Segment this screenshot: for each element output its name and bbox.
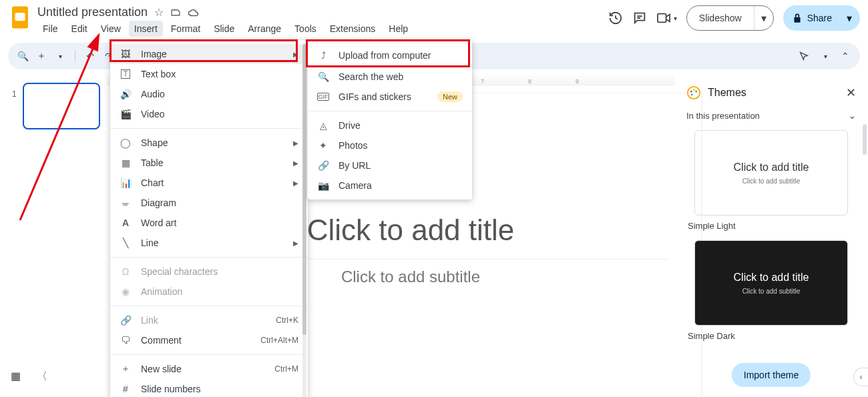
chart-icon: 📊 <box>120 177 132 188</box>
share-button[interactable]: Share ▾ <box>783 5 860 31</box>
menu-slide[interactable]: Slide <box>208 21 240 37</box>
share-dropdown-icon[interactable]: ▾ <box>839 12 860 25</box>
comments-icon[interactable] <box>632 11 647 25</box>
svg-rect-4 <box>794 17 800 23</box>
menu-item-line[interactable]: ╲ Line ▶ <box>110 233 308 253</box>
menu-item-label: Camera <box>339 180 372 191</box>
lock-icon <box>793 13 802 23</box>
cloud-status-icon[interactable] <box>188 8 200 17</box>
prev-slide-icon[interactable]: 〈 <box>37 370 47 384</box>
palette-icon <box>686 85 701 100</box>
submenu-item-by-url[interactable]: 🔗 By URL <box>308 155 472 175</box>
menu-item-label: Link <box>141 315 158 326</box>
cursor-icon[interactable] <box>799 51 812 61</box>
menu-item-label: Slide numbers <box>141 384 201 394</box>
animation-icon: ◉ <box>120 286 132 297</box>
submenu-item-camera[interactable]: 📷 Camera <box>308 175 472 195</box>
upload-icon: ⤴ <box>317 50 329 61</box>
menu-item-table[interactable]: ▦ Table ▶ <box>110 153 308 173</box>
slideshow-label[interactable]: Slideshow <box>687 6 754 30</box>
slides-logo[interactable] <box>8 5 32 29</box>
plus-icon: ＋ <box>120 363 132 375</box>
import-theme-button[interactable]: Import theme <box>732 363 811 387</box>
menu-item-label: By URL <box>339 160 371 171</box>
menu-extensions[interactable]: Extensions <box>324 21 381 37</box>
theme-name-dark: Simple Dark <box>688 331 856 341</box>
submenu-item-search-web[interactable]: 🔍 Search the web <box>308 67 472 87</box>
menu-item-new-slide[interactable]: ＋ New slide Ctrl+M <box>110 359 308 379</box>
theme-preview-title: Click to add title <box>734 272 809 284</box>
menu-item-animation: ◉ Animation <box>110 282 308 302</box>
search-icon[interactable]: 🔍 <box>16 51 29 61</box>
themes-header-label: Themes <box>708 87 746 99</box>
link-icon: 🔗 <box>120 315 132 326</box>
menu-item-shape[interactable]: ◯ Shape ▶ <box>110 133 308 153</box>
menu-insert[interactable]: Insert <box>129 21 163 37</box>
submenu-arrow-icon: ▶ <box>293 139 298 147</box>
line-icon: ╲ <box>120 238 132 248</box>
menu-item-label: GIFs and stickers <box>339 91 411 102</box>
word-art-icon: A <box>120 218 132 228</box>
submenu-item-photos[interactable]: ✦ Photos <box>308 135 472 155</box>
video-icon: 🎬 <box>120 109 132 119</box>
menu-help[interactable]: Help <box>383 21 413 37</box>
history-icon[interactable] <box>608 11 623 25</box>
omega-icon: Ω <box>120 266 132 277</box>
star-icon[interactable]: ☆ <box>154 6 164 19</box>
close-icon[interactable]: ✕ <box>846 85 856 100</box>
menu-item-label: Photos <box>339 140 368 151</box>
slide-thumbnail[interactable] <box>23 83 100 129</box>
menu-item-slide-numbers[interactable]: # Slide numbers <box>110 379 308 397</box>
menu-item-audio[interactable]: 🔊 Audio <box>110 84 308 104</box>
menu-item-chart[interactable]: 📊 Chart ▶ <box>110 173 308 193</box>
move-icon[interactable] <box>170 7 181 18</box>
grid-view-icon[interactable]: ▦ <box>11 370 21 384</box>
theme-card-light[interactable]: Click to add title Click to add subtitle <box>694 130 848 216</box>
submenu-item-upload[interactable]: ⤴ Upload from computer <box>308 44 472 67</box>
menu-item-label: Text box <box>141 69 176 79</box>
chevron-down-icon: ⌄ <box>849 111 856 121</box>
table-icon: ▦ <box>120 157 132 168</box>
menu-item-video[interactable]: 🎬 Video <box>110 104 308 124</box>
theme-name-light: Simple Light <box>688 221 856 231</box>
text-box-icon: 🅃 <box>120 69 132 79</box>
menu-item-text-box[interactable]: 🅃 Text box <box>110 64 308 84</box>
menu-item-label: Table <box>141 157 163 168</box>
menu-item-label: Video <box>141 109 165 119</box>
menu-view[interactable]: View <box>95 21 126 37</box>
diagram-icon: ᚚ <box>120 197 132 208</box>
theme-card-dark[interactable]: Click to add title Click to add subtitle <box>694 240 848 326</box>
menu-item-label: Drive <box>339 120 361 131</box>
gif-icon: GIF <box>317 93 329 101</box>
menu-format[interactable]: Format <box>166 21 206 37</box>
side-panel-expand[interactable]: ‹ <box>853 368 868 386</box>
themes-scrollbar[interactable] <box>863 124 867 155</box>
menu-item-image[interactable]: 🖼 Image ▶ <box>110 44 308 64</box>
menu-item-label: Image <box>141 49 167 59</box>
ruler-tick: 8 <box>528 78 531 85</box>
menu-item-label: Shape <box>141 137 168 148</box>
collapse-icon[interactable]: ⌃ <box>839 51 852 61</box>
menu-item-word-art[interactable]: A Word art <box>110 213 308 233</box>
submenu-item-gifs[interactable]: GIF GIFs and stickers New <box>308 87 472 107</box>
document-title[interactable]: Untitled presentation <box>37 5 148 19</box>
meet-icon[interactable]: ▾ <box>656 12 677 24</box>
new-slide-icon[interactable]: ＋ <box>35 50 48 62</box>
insert-menu-scrollbar[interactable] <box>302 44 306 397</box>
menu-arrange[interactable]: Arrange <box>242 21 286 37</box>
menu-shortcut: Ctrl+Alt+M <box>260 336 298 345</box>
submenu-item-drive[interactable]: ◬ Drive <box>308 115 472 135</box>
cursor-dropdown-icon[interactable]: ▾ <box>819 53 832 60</box>
menu-edit[interactable]: Edit <box>66 21 93 37</box>
themes-section-toggle[interactable]: In this presentation ⌄ <box>686 105 856 130</box>
slideshow-dropdown-icon[interactable]: ▾ <box>754 12 773 25</box>
menu-item-diagram[interactable]: ᚚ Diagram <box>110 193 308 213</box>
menu-item-label: New slide <box>141 364 182 374</box>
new-slide-dropdown-icon[interactable]: ▾ <box>53 53 67 60</box>
comment-icon: 🗨 <box>120 335 132 346</box>
menu-tools[interactable]: Tools <box>289 21 322 37</box>
menu-item-comment[interactable]: 🗨 Comment Ctrl+Alt+M <box>110 330 308 350</box>
undo-icon[interactable]: ↶ <box>83 51 97 61</box>
slideshow-button[interactable]: Slideshow ▾ <box>686 5 774 31</box>
menu-file[interactable]: File <box>37 21 63 37</box>
